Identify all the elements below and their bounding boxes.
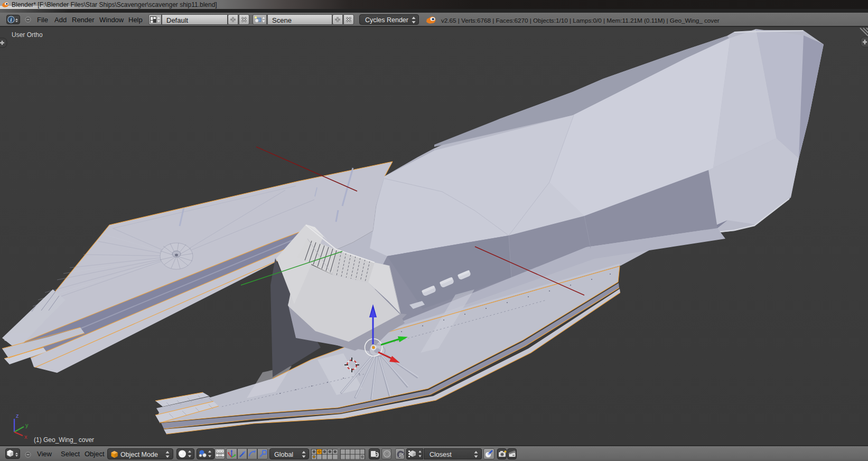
- svg-text:z: z: [16, 412, 19, 419]
- svg-text:y: y: [25, 422, 29, 428]
- svg-text:x: x: [24, 434, 27, 440]
- svg-text:(1) Geo_Wing_ cover: (1) Geo_Wing_ cover: [34, 436, 94, 444]
- svg-text:User Ortho: User Ortho: [12, 31, 43, 39]
